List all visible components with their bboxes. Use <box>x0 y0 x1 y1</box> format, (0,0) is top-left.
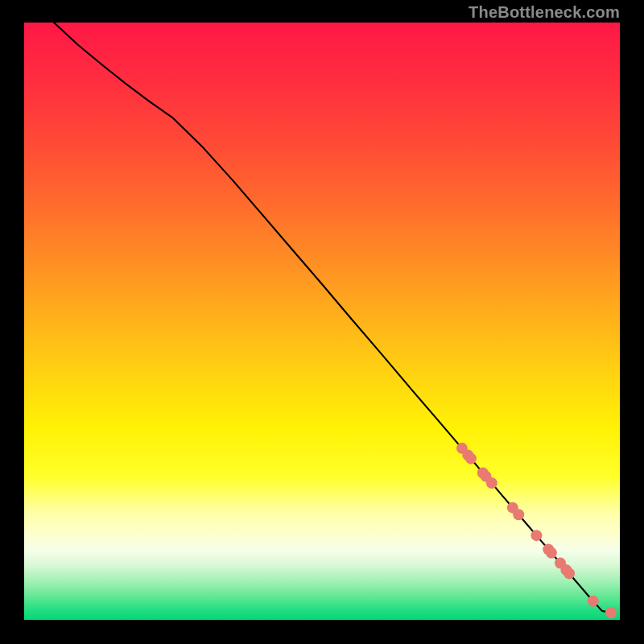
data-point <box>486 477 497 489</box>
attribution-text: TheBottleneck.com <box>469 3 620 22</box>
data-point <box>530 530 542 541</box>
data-point <box>564 568 575 579</box>
chart-background <box>24 23 620 620</box>
data-point <box>605 607 617 618</box>
data-point <box>546 547 557 559</box>
data-point <box>513 509 524 520</box>
chart-plot <box>24 23 620 620</box>
chart-frame: TheBottleneck.com <box>0 0 644 644</box>
data-point <box>588 596 599 607</box>
data-point <box>465 453 477 464</box>
